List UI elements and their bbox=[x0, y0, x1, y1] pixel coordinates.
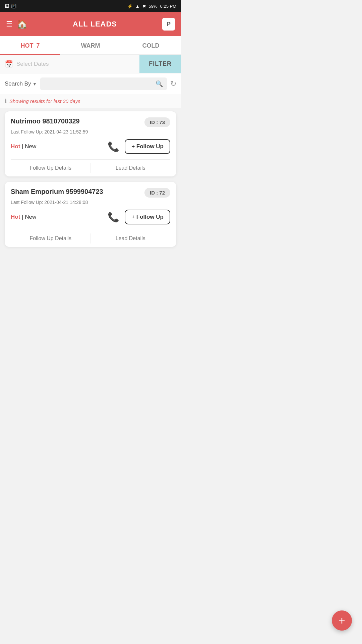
lead-details-button[interactable]: Lead Details bbox=[91, 230, 171, 247]
info-text: Showing results for last 30 days bbox=[9, 98, 80, 104]
wifi-icon: ▲ bbox=[135, 4, 140, 9]
leads-list: Nutrimoo 9810700329 ID : 73 Last Follow … bbox=[0, 108, 181, 250]
page-title: ALL LEADS bbox=[27, 20, 162, 29]
hot-label: Hot bbox=[11, 143, 20, 150]
lead-name: Nutrimoo 9810700329 bbox=[11, 117, 141, 125]
card-bottom-row: Follow Up Details Lead Details bbox=[11, 159, 170, 176]
follow-up-button[interactable]: + Follow Up bbox=[125, 210, 170, 224]
tab-cold-label: COLD bbox=[142, 42, 160, 49]
lead-card: Nutrimoo 9810700329 ID : 73 Last Follow … bbox=[5, 111, 176, 176]
phone-icon[interactable]: 📞 bbox=[108, 141, 119, 152]
profile-button[interactable]: P bbox=[162, 18, 175, 31]
info-bar: ℹ Showing results for last 30 days bbox=[0, 94, 181, 108]
tab-warm-label: WARM bbox=[81, 42, 100, 49]
follow-up-details-button[interactable]: Follow Up Details bbox=[11, 230, 90, 247]
card-actions: 📞 + Follow Up bbox=[108, 139, 170, 154]
tab-hot-badge: 7 bbox=[37, 42, 40, 49]
card-mid-row: Hot | New 📞 + Follow Up bbox=[11, 210, 170, 224]
current-time: 6:25 PM bbox=[160, 4, 176, 9]
tab-hot-label: HOT bbox=[20, 42, 33, 49]
photo-icon: 🖼 bbox=[5, 4, 9, 9]
app-header: ☰ 🏠 ALL LEADS P bbox=[0, 12, 181, 36]
status-type: New bbox=[25, 214, 36, 220]
refresh-icon[interactable]: ↻ bbox=[170, 79, 176, 88]
phone-icon[interactable]: 📞 bbox=[108, 212, 119, 223]
bluetooth-icon: ⚡ bbox=[127, 4, 133, 9]
lead-id-badge: ID : 73 bbox=[144, 117, 170, 127]
search-row: Search By ▼ 🔍 ↻ bbox=[0, 73, 181, 94]
status-bar: 🖼 📳 ⚡ ▲ ✖ 59% 6:25 PM bbox=[0, 0, 181, 12]
status-right-info: ⚡ ▲ ✖ 59% 6:25 PM bbox=[127, 4, 176, 9]
lead-status: Hot | New bbox=[11, 143, 36, 150]
lead-details-button[interactable]: Lead Details bbox=[91, 160, 171, 176]
tab-cold[interactable]: COLD bbox=[121, 36, 181, 54]
lead-card: Sham Emporium 9599904723 ID : 72 Last Fo… bbox=[5, 182, 176, 247]
status-left-icons: 🖼 📳 bbox=[5, 4, 16, 9]
search-input[interactable] bbox=[44, 81, 153, 87]
card-actions: 📞 + Follow Up bbox=[108, 210, 170, 224]
phone-alert-icon: 📳 bbox=[11, 4, 16, 9]
search-by-text: Search By bbox=[5, 80, 31, 87]
filter-button[interactable]: FILTER bbox=[139, 55, 181, 73]
search-input-wrap: 🔍 bbox=[40, 77, 167, 90]
filter-row: 📅 Select Dates FILTER bbox=[0, 55, 181, 73]
date-placeholder: Select Dates bbox=[16, 61, 49, 67]
card-bottom-row: Follow Up Details Lead Details bbox=[11, 230, 170, 247]
last-followup: Last Follow Up: 2021-04-23 11:52:59 bbox=[11, 129, 170, 135]
search-by-dropdown[interactable]: Search By ▼ bbox=[5, 80, 37, 87]
lead-id-badge: ID : 72 bbox=[144, 188, 170, 198]
tab-warm[interactable]: WARM bbox=[60, 36, 121, 54]
tab-bar: HOT 7 WARM COLD bbox=[0, 36, 181, 55]
menu-icon[interactable]: ☰ bbox=[6, 20, 13, 29]
status-separator: | bbox=[22, 214, 25, 220]
tab-hot[interactable]: HOT 7 bbox=[0, 36, 60, 54]
status-separator: | bbox=[22, 143, 25, 150]
lead-name: Sham Emporium 9599904723 bbox=[11, 188, 141, 196]
info-icon: ℹ bbox=[5, 98, 7, 105]
follow-up-button[interactable]: + Follow Up bbox=[125, 139, 170, 154]
chevron-down-icon: ▼ bbox=[32, 81, 37, 87]
no-sim-icon: ✖ bbox=[142, 4, 146, 9]
lead-status: Hot | New bbox=[11, 214, 36, 220]
card-top-row: Nutrimoo 9810700329 ID : 73 bbox=[11, 117, 170, 127]
date-picker[interactable]: 📅 Select Dates bbox=[0, 60, 139, 68]
battery-level: 59% bbox=[149, 4, 158, 9]
home-icon[interactable]: 🏠 bbox=[17, 19, 27, 30]
follow-up-details-button[interactable]: Follow Up Details bbox=[11, 160, 90, 176]
hot-label: Hot bbox=[11, 214, 20, 220]
status-type: New bbox=[25, 143, 36, 150]
last-followup: Last Follow Up: 2021-04-21 14:28:08 bbox=[11, 200, 170, 205]
search-icon: 🔍 bbox=[156, 80, 163, 88]
calendar-icon: 📅 bbox=[5, 60, 13, 68]
card-mid-row: Hot | New 📞 + Follow Up bbox=[11, 139, 170, 154]
card-top-row: Sham Emporium 9599904723 ID : 72 bbox=[11, 188, 170, 198]
